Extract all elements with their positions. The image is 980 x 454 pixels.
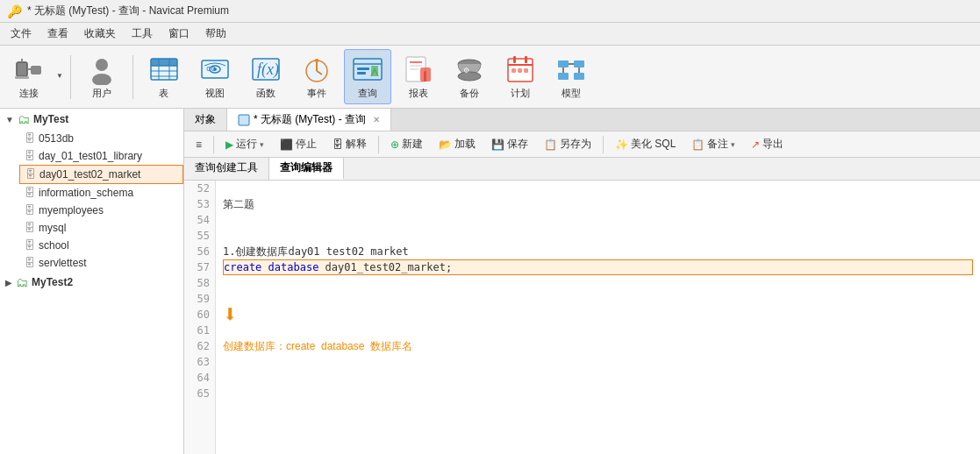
toolbar-view[interactable]: oo 视图 [191, 49, 239, 104]
query-tab-editor[interactable]: 查询编辑器 [269, 158, 344, 180]
ln-55: 55 [184, 228, 215, 244]
sidebar-item-myemployees[interactable]: 🗄 myemployees [19, 202, 183, 219]
code-content[interactable]: 第二题 1.创建数据库day01 test02 market create da… [216, 181, 980, 454]
code-line-56: 1.创建数据库day01 test02 market [223, 244, 973, 259]
query-sub-tabs: 查询创建工具 查询编辑器 [184, 158, 980, 181]
action-new[interactable]: ⊕ 新建 [384, 134, 429, 154]
sidebar-item-mysql[interactable]: 🗄 mysql [19, 219, 183, 237]
sidebar-group-mytest[interactable]: ▼ 🗂 MyTest [0, 109, 183, 130]
ln-64: 64 [184, 370, 215, 386]
code-line-60: ⬇ [223, 307, 973, 323]
toolbar-table[interactable]: 表 [140, 49, 188, 104]
action-sep-3 [603, 136, 604, 153]
menu-file[interactable]: 文件 [4, 25, 39, 43]
tab-query-untitled[interactable]: * 无标题 (MyTest) - 查询 ✕ [227, 109, 391, 131]
menu-window[interactable]: 窗口 [161, 25, 197, 43]
toolbar-schedule[interactable]: 计划 [497, 49, 544, 104]
mytest2-db-icon: 🗂 [16, 275, 28, 289]
code-line-63 [223, 354, 973, 370]
action-export[interactable]: ↗ 导出 [745, 134, 790, 154]
line62-comment: 创建数据库：create database 数据库名 [223, 338, 412, 354]
model-icon [555, 53, 587, 85]
stop-icon: ⬛ [280, 138, 293, 151]
toolbar-query[interactable]: 查询 [344, 49, 391, 104]
ln-56: 56 [184, 244, 215, 259]
arrow-down-icon: ⬇ [223, 307, 238, 323]
save-label: 保存 [507, 137, 528, 152]
ln-52: 52 [184, 181, 215, 196]
mytest-arrow: ▼ [5, 115, 14, 124]
ln-63: 63 [184, 354, 215, 370]
sidebar-item-0513db[interactable]: 🗄 0513db [19, 130, 183, 147]
menu-view[interactable]: 查看 [40, 25, 75, 43]
sidebar-item-day01lib[interactable]: 🗄 day_01_test01_library [19, 147, 183, 165]
sidebar-item-school[interactable]: 🗄 school [19, 237, 183, 254]
toolbar-connect[interactable]: 连接 [5, 49, 53, 104]
svg-rect-28 [357, 72, 366, 74]
db-icon-servlettest: 🗄 [25, 257, 35, 269]
sidebar-group-mytest2[interactable]: ▶ 🗂 MyTest2 [0, 272, 183, 293]
ln-59: 59 [184, 291, 215, 307]
toolbar-model[interactable]: 模型 [547, 49, 595, 104]
mytest2-arrow: ▶ [5, 278, 12, 287]
export-label: 导出 [762, 137, 783, 152]
run-label: 运行 [236, 137, 257, 152]
menu-tools[interactable]: 工具 [125, 25, 160, 43]
sidebar-item-day01market[interactable]: 🗄 day01_test02_market [19, 165, 183, 184]
code-line-61 [223, 323, 973, 338]
svg-rect-44 [518, 68, 522, 73]
sidebar-item-infoschema[interactable]: 🗄 information_schema [19, 184, 183, 202]
db-icon-myemployees: 🗄 [25, 204, 35, 216]
load-icon: 📂 [439, 138, 452, 151]
editor-tab-label: 查询编辑器 [280, 161, 333, 174]
menu-favorites[interactable]: 收藏夹 [77, 25, 123, 43]
ln-54: 54 [184, 212, 215, 228]
toolbar-backup[interactable]: ⚙ 备份 [446, 49, 493, 104]
action-saveas[interactable]: 📋 另存为 [538, 134, 597, 154]
item-name-infoschema: information_schema [39, 187, 133, 199]
action-beautify[interactable]: ✨ 美化 SQL [609, 134, 682, 154]
action-comment[interactable]: 📋 备注 ▾ [685, 134, 741, 154]
action-save[interactable]: 💾 保存 [485, 134, 534, 154]
action-explain[interactable]: 🗄 解释 [326, 134, 373, 154]
action-menu-lines[interactable]: ≡ [190, 136, 208, 153]
svg-rect-48 [558, 73, 569, 80]
new-label: 新建 [402, 137, 423, 152]
db-icon-infoschema: 🗄 [25, 187, 35, 199]
save-icon: 💾 [491, 138, 504, 151]
mytest-items: 🗄 0513db 🗄 day_01_test01_library 🗄 day01… [0, 130, 183, 272]
tab-object-label: 对象 [195, 112, 216, 127]
tab-object[interactable]: 对象 [184, 109, 227, 131]
view-icon: oo [199, 53, 231, 85]
svg-rect-27 [357, 67, 369, 70]
code-editor[interactable]: 52 53 54 55 56 57 58 59 60 61 62 63 64 6… [184, 181, 980, 454]
toolbar-event[interactable]: 事件 [293, 49, 340, 104]
item-name-servlettest: servlettest [39, 257, 87, 269]
comment-label: 备注 [707, 137, 728, 152]
menu-help[interactable]: 帮助 [198, 25, 233, 43]
line57-space1 [261, 259, 268, 275]
action-load[interactable]: 📂 加载 [433, 134, 482, 154]
svg-text:f(x): f(x) [257, 60, 279, 79]
ln-58: 58 [184, 275, 215, 291]
sidebar-item-servlettest[interactable]: 🗄 servlettest [19, 254, 183, 272]
tab-close-btn[interactable]: ✕ [373, 115, 380, 124]
sidebar: ▼ 🗂 MyTest 🗄 0513db 🗄 day_01_test01_libr… [0, 109, 184, 454]
action-run[interactable]: ▶ 运行 ▾ [219, 134, 270, 154]
svg-rect-46 [558, 60, 569, 67]
code-line-54 [223, 212, 973, 228]
toolbar-func[interactable]: f(x) 函数 [242, 49, 290, 104]
toolbar-report[interactable]: 报表 [395, 49, 442, 104]
action-stop[interactable]: ⬛ 停止 [274, 134, 323, 154]
svg-rect-47 [574, 60, 584, 67]
query-tab-builder[interactable]: 查询创建工具 [184, 158, 269, 180]
view-label: 视图 [205, 87, 225, 100]
line53-text: 第二题 [223, 196, 254, 212]
ln-62: 62 [184, 338, 215, 354]
svg-point-7 [92, 74, 111, 85]
connect-label: 连接 [19, 87, 39, 100]
toolbar-user[interactable]: 用户 [78, 49, 125, 104]
item-name-mysql: mysql [39, 222, 66, 234]
toolbar-sep-1 [70, 55, 71, 99]
db-icon-day01lib: 🗄 [25, 150, 35, 162]
